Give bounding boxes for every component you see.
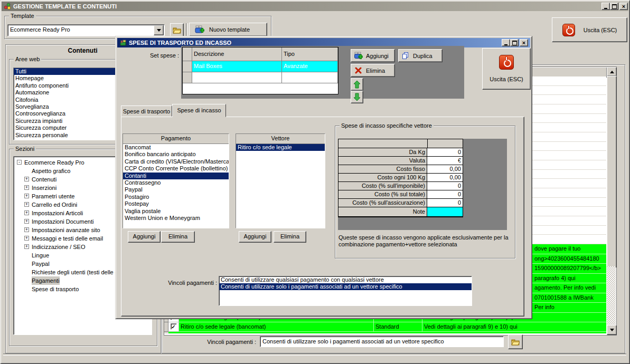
duplica-label: Duplica (413, 53, 432, 59)
toolbar-separator (186, 23, 188, 36)
pagamento-item[interactable]: Contanti (123, 173, 229, 179)
dialog-maximize-button[interactable] (510, 39, 519, 46)
set-spese-empty-cell[interactable] (282, 72, 338, 83)
new-template-button[interactable]: Nuovo template (189, 23, 267, 36)
tree-expand-icon[interactable]: + (24, 185, 29, 190)
pagamento-aggiungi-button[interactable]: Aggiungi (128, 231, 161, 243)
main-maximize-button[interactable] (610, 3, 618, 10)
pagamento-item[interactable]: Carta di credito (VISA/Electron/Masterca… (123, 158, 229, 165)
tree-expand-icon[interactable]: + (24, 202, 29, 207)
pagamento-item[interactable]: Postagiro (123, 194, 229, 200)
type-cell[interactable]: Standard (374, 322, 422, 332)
pagamento-item[interactable]: Western Union e Moneygram (123, 215, 229, 222)
pagamento-elimina-button[interactable]: Elimina (161, 231, 195, 243)
spese-vettore-row-value[interactable]: 0,00 (427, 165, 463, 173)
spese-vettore-row-value[interactable]: 0 (427, 148, 463, 156)
tree-item-label[interactable]: Messaggi e testi delle email (32, 234, 103, 243)
pagamento-items[interactable]: BancomatBonifico bancario anticipatoCart… (123, 144, 229, 222)
dialog-close-button[interactable]: × (520, 39, 528, 46)
tree-expand-icon[interactable]: + (24, 244, 29, 249)
pagamento-item[interactable]: Paypal (123, 186, 229, 193)
new-template-icon (195, 25, 204, 34)
scroll-up-button[interactable] (607, 67, 617, 76)
tree-expand-icon[interactable]: + (24, 194, 29, 198)
details-cell[interactable]: Vedi dettagli ai paragrafi 9) e 10) qui (422, 322, 606, 332)
pagamento-item[interactable]: Bancomat (123, 144, 229, 151)
move-down-button[interactable] (351, 91, 363, 103)
tree-item-label[interactable]: Contenuti (32, 175, 57, 184)
tree-item-label[interactable]: Carrello ed Ordini (32, 200, 77, 209)
open-template-folder-button[interactable] (170, 23, 184, 37)
elimina-set-button[interactable]: Elimina (351, 64, 395, 77)
vettore-listbox[interactable]: Vettore Ritiro c/o sede legale (236, 133, 325, 228)
spese-vettore-row-value[interactable]: € (427, 157, 463, 165)
pagamento-item[interactable]: Postepay (123, 200, 229, 207)
spese-vettore-row-value[interactable]: 0,00 (427, 174, 463, 181)
set-spese-cell-tipo[interactable]: Avanzate (282, 61, 338, 72)
tree-item-label[interactable]: Impostazioni Documenti (32, 217, 93, 226)
tab-spese-incasso[interactable]: Spese di incasso (172, 104, 226, 117)
move-up-button[interactable] (351, 78, 363, 91)
payments-grid-row[interactable]: ✓Ritiro c/o sede legale (bancomat)Standa… (164, 322, 606, 332)
app-icon (4, 3, 11, 10)
tree-item-label[interactable]: Impostazioni avanzate sito (32, 226, 100, 234)
tree-item-label[interactable]: Inserzioni (32, 184, 57, 192)
spese-vettore-row-value[interactable] (427, 207, 463, 216)
combo-dropdown-button[interactable] (154, 25, 164, 35)
tree-item-label[interactable]: Indicizzazione / SEO (32, 243, 86, 251)
vincoli-option[interactable]: Consenti di utilizzare solo i pagamenti … (219, 283, 472, 290)
vincoli-field[interactable]: Consenti di utilizzare solo i pagamenti … (260, 336, 504, 347)
tree-item-label[interactable]: Lingue (32, 251, 49, 260)
tree-item-label[interactable]: Impostazioni Articoli (32, 209, 83, 217)
tree-expand-icon[interactable]: + (24, 227, 29, 232)
tree-expand-icon[interactable]: + (24, 210, 29, 215)
spese-vettore-row-value[interactable]: 0 (427, 182, 463, 190)
tree-item-label[interactable]: Ecommerce Ready Pro (24, 158, 84, 167)
scroll-down-button[interactable] (607, 325, 617, 335)
scrollbar-track[interactable] (607, 266, 616, 325)
tree-expand-icon[interactable]: + (24, 236, 29, 241)
tree-expand-icon[interactable]: + (24, 219, 29, 224)
vincoli-option[interactable]: Consenti di utilizzare qualsiasi pagamen… (219, 276, 472, 283)
pagamento-listbox[interactable]: Pagamento BancomatBonifico bancario anti… (123, 133, 229, 228)
duplica-button[interactable]: Duplica (398, 49, 443, 62)
main-exit-button[interactable]: Uscita (ESC) (552, 17, 627, 42)
tree-item-label[interactable]: Aspetto grafico (32, 167, 70, 175)
main-close-button[interactable]: × (619, 3, 628, 10)
pagamento-item[interactable]: Contrassegno (123, 179, 229, 186)
tree-item-label[interactable]: Paypal (32, 260, 50, 268)
vincoli-folder-button[interactable] (508, 334, 523, 349)
main-exit-label: Uscita (ESC) (584, 27, 617, 33)
main-minimize-button[interactable] (601, 3, 610, 10)
checkbox-cell[interactable]: ✓ (168, 322, 179, 332)
pagamento-item[interactable]: Bonifico bancario anticipato (123, 151, 229, 158)
tree-item-label[interactable]: Pagamenti (32, 276, 60, 285)
spese-vettore-row-value[interactable]: 0 (427, 199, 463, 207)
vettore-item[interactable]: Ritiro c/o sede legale (236, 144, 325, 151)
vettore-elimina-button[interactable]: Elimina (274, 231, 306, 243)
dialog-exit-button[interactable]: Uscita (ESC) (482, 48, 531, 90)
tab-spese-trasporto[interactable]: Spese di trasporto (121, 106, 172, 117)
dialog-vincoli-listbox[interactable]: Consenti di utilizzare qualsiasi pagamen… (219, 276, 472, 306)
set-spese-cell-descrizione[interactable]: Mail Boxes (192, 61, 282, 72)
set-spese-grid[interactable]: Descrizione Tipo Mail Boxes Avanzate (182, 47, 338, 94)
spese-vettore-grid[interactable]: Da Kg0Valuta€Costo fisso0,00Costo ogni 1… (338, 139, 463, 217)
grid-scrollbar[interactable] (607, 67, 616, 334)
checkbox[interactable]: ✓ (171, 323, 177, 330)
set-spese-empty-cell[interactable] (192, 72, 282, 83)
dialog-minimize-button[interactable] (502, 39, 510, 46)
aggiungi-set-button[interactable]: Aggiungi (351, 49, 395, 62)
vettore-items[interactable]: Ritiro c/o sede legale (236, 144, 325, 151)
template-combobox[interactable]: Ecommerce Ready Pro (7, 24, 165, 36)
tree-item-label[interactable]: Richieste degli utenti (testi delle e (32, 268, 118, 276)
vettore-aggiungi-button[interactable]: Aggiungi (239, 231, 271, 243)
pagamento-item[interactable]: CCP Conto Corrente Postale (bollettino) (123, 165, 229, 172)
pagamento-item[interactable]: Vaglia postale (123, 208, 229, 215)
tree-expand-icon[interactable]: + (24, 177, 29, 181)
description-cell[interactable]: Ritiro c/o sede legale (bancomat) (179, 322, 374, 332)
tree-item-label[interactable]: Spese di trasporto (32, 285, 79, 293)
tree-collapse-icon[interactable]: - (17, 160, 22, 165)
tree-item-label[interactable]: Parametri utente (32, 192, 74, 200)
spese-vettore-row-value[interactable]: 0 (427, 190, 463, 198)
scrollbar-thumb[interactable] (607, 76, 617, 267)
